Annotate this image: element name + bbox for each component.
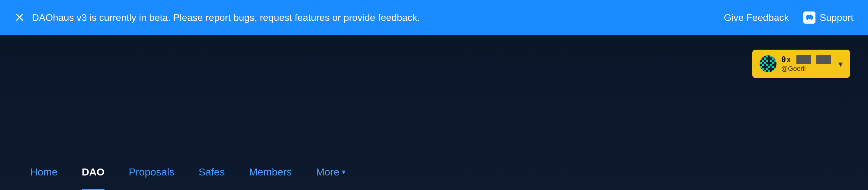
nav-link-dao[interactable]: DAO	[82, 166, 105, 178]
svg-rect-5	[760, 57, 762, 60]
wallet-avatar	[760, 55, 776, 72]
svg-rect-11	[770, 60, 772, 62]
banner-right: Give Feedback Support	[724, 11, 854, 24]
wallet-info: 0x xx xx @Goerli	[781, 55, 831, 73]
nav-item-proposals[interactable]: Proposals	[117, 154, 186, 190]
svg-rect-28	[760, 70, 762, 72]
svg-rect-16	[772, 62, 774, 64]
navigation: Home DAO Proposals Safes Members More ▾	[0, 154, 868, 190]
nav-item-more[interactable]: More ▾	[304, 154, 357, 190]
svg-rect-27	[774, 68, 776, 70]
more-chevron-icon: ▾	[342, 168, 345, 176]
svg-rect-10	[766, 60, 768, 62]
nav-link-proposals[interactable]: Proposals	[129, 166, 174, 178]
chevron-down-icon: ▾	[838, 59, 843, 69]
svg-rect-8	[772, 57, 774, 60]
svg-rect-6	[764, 57, 766, 60]
nav-link-members[interactable]: Members	[249, 166, 292, 178]
svg-rect-3	[766, 55, 768, 57]
nav-item-home[interactable]: Home	[18, 154, 70, 190]
support-button[interactable]: Support	[803, 11, 854, 24]
svg-rect-21	[764, 66, 766, 68]
svg-rect-15	[768, 62, 770, 64]
svg-rect-23	[772, 66, 774, 68]
wrench-icon: ✕	[14, 11, 25, 24]
svg-rect-12	[774, 60, 776, 62]
svg-rect-22	[768, 66, 770, 68]
nav-item-safes[interactable]: Safes	[186, 154, 237, 190]
svg-rect-7	[768, 57, 770, 60]
nav-link-more[interactable]: More	[316, 166, 339, 178]
nav-item-members[interactable]: Members	[237, 154, 304, 190]
svg-rect-24	[762, 68, 764, 70]
wallet-address: 0x xx xx	[781, 55, 831, 64]
svg-rect-2	[764, 55, 766, 57]
wallet-network: @Goerli	[781, 65, 806, 73]
give-feedback-button[interactable]: Give Feedback	[724, 12, 789, 23]
svg-rect-9	[762, 60, 764, 62]
svg-rect-13	[760, 62, 762, 64]
wallet-area: 0x xx xx @Goerli ▾	[752, 50, 850, 78]
discord-icon	[803, 11, 815, 24]
svg-rect-31	[772, 70, 774, 72]
svg-rect-25	[766, 68, 768, 70]
svg-rect-20	[760, 66, 762, 68]
banner-left: ✕ DAOhaus v3 is currently in beta. Pleas…	[14, 11, 420, 24]
svg-rect-26	[770, 68, 772, 70]
nav-link-home[interactable]: Home	[30, 166, 58, 178]
svg-rect-17	[762, 64, 764, 66]
nav-item-dao[interactable]: DAO	[70, 154, 117, 190]
beta-banner: ✕ DAOhaus v3 is currently in beta. Pleas…	[0, 0, 868, 35]
nav-menu: Home DAO Proposals Safes Members More ▾	[18, 154, 850, 190]
svg-rect-29	[764, 70, 766, 72]
support-label: Support	[820, 12, 854, 23]
svg-rect-30	[768, 70, 770, 72]
svg-rect-18	[766, 64, 768, 66]
wallet-button[interactable]: 0x xx xx @Goerli ▾	[752, 50, 850, 78]
svg-rect-1	[762, 55, 764, 57]
svg-rect-4	[770, 55, 772, 57]
svg-rect-19	[770, 64, 772, 66]
nav-link-safes[interactable]: Safes	[198, 166, 225, 178]
svg-rect-14	[764, 62, 766, 64]
main-header: 0x xx xx @Goerli ▾ Home DAO Proposals Sa…	[0, 35, 868, 190]
banner-message: DAOhaus v3 is currently in beta. Please …	[32, 12, 420, 23]
